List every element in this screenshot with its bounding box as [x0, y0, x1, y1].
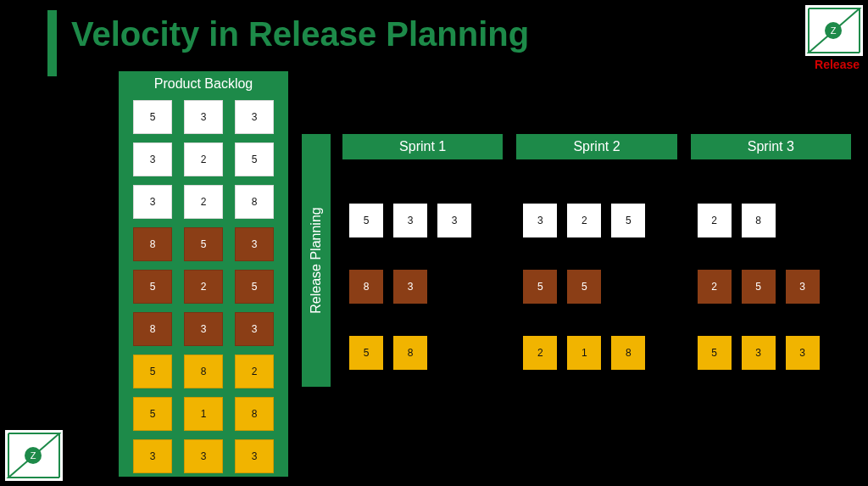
release-planning-label: Release Planning — [309, 207, 324, 313]
sprint-cell: 218 — [516, 336, 676, 370]
story-card: 2 — [235, 355, 274, 388]
sprint-header: Sprint 3 — [691, 134, 851, 159]
story-card: 2 — [184, 185, 223, 219]
title-accent-bar — [47, 10, 57, 76]
story-card: 5 — [523, 270, 557, 304]
story-card: 3 — [742, 336, 776, 370]
story-card: 5 — [567, 270, 601, 304]
story-card: 8 — [393, 336, 427, 370]
sprints-area: Sprint 1Sprint 2Sprint 3 533325288355253… — [342, 134, 851, 370]
story-card: 3 — [184, 439, 223, 473]
sprint-header: Sprint 2 — [516, 134, 676, 159]
story-card: 3 — [184, 100, 223, 134]
sprint-header: Sprint 1 — [342, 134, 503, 159]
story-card: 5 — [133, 355, 172, 388]
story-card: 5 — [742, 270, 776, 304]
story-card: 2 — [523, 336, 557, 370]
story-card: 3 — [133, 185, 172, 219]
story-card: 1 — [184, 397, 223, 431]
sprint-row: 53332528 — [342, 204, 851, 237]
logo-top-right: Z — [805, 5, 863, 56]
sprint-cell: 55 — [516, 270, 676, 304]
backlog-group: 582518333 — [133, 355, 274, 473]
product-backlog-header: Product Backlog — [154, 76, 253, 92]
story-card: 3 — [235, 312, 274, 346]
backlog-group: 853525833 — [133, 227, 274, 346]
story-card: 3 — [786, 270, 820, 304]
story-card: 2 — [184, 142, 223, 176]
story-card: 3 — [235, 439, 274, 473]
story-card: 8 — [133, 312, 172, 346]
story-card: 8 — [235, 185, 274, 219]
story-card: 2 — [184, 270, 223, 304]
story-card: 5 — [133, 100, 172, 134]
story-card: 5 — [184, 227, 223, 261]
story-card: 8 — [184, 355, 223, 388]
story-card: 8 — [349, 270, 383, 304]
story-card: 3 — [184, 312, 223, 346]
story-card: 3 — [437, 204, 471, 237]
story-card: 3 — [235, 227, 274, 261]
story-card: 5 — [698, 336, 732, 370]
logo-letter: Z — [25, 447, 42, 464]
story-card: 2 — [698, 270, 732, 304]
story-card: 3 — [523, 204, 557, 237]
story-card: 3 — [393, 204, 427, 237]
sprint-cell: 28 — [691, 204, 851, 237]
story-card: 8 — [742, 204, 776, 237]
sprint-cell: 253 — [691, 270, 851, 304]
story-card: 3 — [133, 142, 172, 176]
story-card: 8 — [611, 336, 645, 370]
story-card: 5 — [133, 397, 172, 431]
story-card: 8 — [235, 397, 274, 431]
release-watermark: Release — [815, 58, 860, 71]
release-planning-bar: Release Planning — [302, 134, 331, 387]
logo-bottom-left: Z — [5, 430, 63, 481]
story-card: 2 — [567, 204, 601, 237]
sprint-cell: 325 — [516, 204, 676, 237]
story-card: 5 — [235, 270, 274, 304]
sprint-row: 8355253 — [342, 270, 851, 304]
story-card: 5 — [349, 204, 383, 237]
story-card: 3 — [133, 439, 172, 473]
sprint-cell: 58 — [342, 336, 503, 370]
page-title: Velocity in Release Planning — [71, 15, 529, 53]
sprint-cell: 83 — [342, 270, 503, 304]
story-card: 3 — [235, 100, 274, 134]
story-card: 5 — [235, 142, 274, 176]
story-card: 3 — [786, 336, 820, 370]
story-card: 5 — [133, 270, 172, 304]
sprint-cell: 533 — [691, 336, 851, 370]
story-card: 5 — [349, 336, 383, 370]
logo-letter: Z — [825, 22, 842, 39]
story-card: 5 — [611, 204, 645, 237]
sprint-cell: 533 — [342, 204, 503, 237]
story-card: 8 — [133, 227, 172, 261]
sprint-row: 58218533 — [342, 336, 851, 370]
story-card: 3 — [393, 270, 427, 304]
story-card: 1 — [567, 336, 601, 370]
story-card: 2 — [698, 204, 732, 237]
backlog-group: 533325328 — [133, 100, 274, 219]
product-backlog-panel: Product Backlog 533325328853525833582518… — [119, 71, 288, 477]
